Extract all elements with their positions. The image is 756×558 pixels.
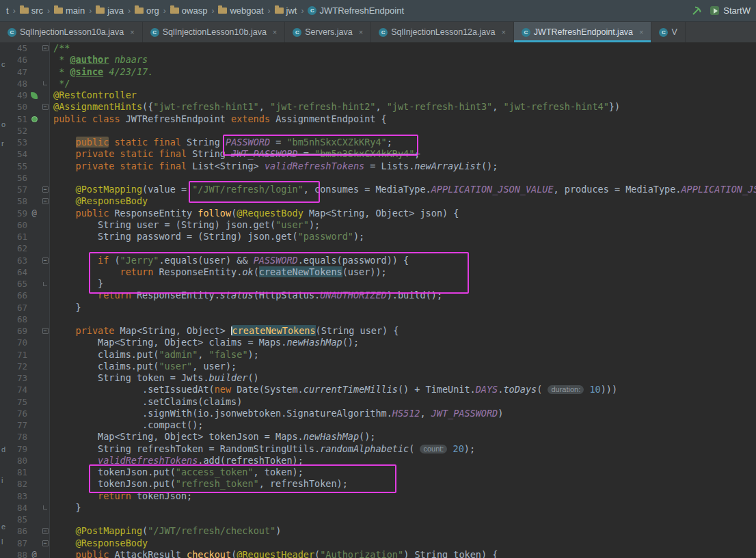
line-number[interactable]: 85	[10, 514, 27, 525]
code-text[interactable]: return ResponseEntity.ok(createNewTokens…	[49, 266, 387, 278]
code-text[interactable]: Map<String, Object> claims = Maps.newHas…	[49, 337, 359, 348]
close-icon[interactable]: ×	[501, 28, 505, 36]
fold-collapse-icon[interactable]: −	[42, 104, 49, 110]
line-number[interactable]: 72	[10, 361, 27, 372]
fold-collapse-icon[interactable]: −	[42, 528, 49, 534]
code-text[interactable]: return ResponseEntity.status(HttpStatus.…	[49, 290, 442, 301]
breadcrumb-item-jwt[interactable]: jwt	[273, 5, 299, 16]
line-number[interactable]: 82	[10, 478, 27, 490]
code-text[interactable]	[49, 313, 53, 325]
fold-collapse-icon[interactable]: −	[42, 186, 49, 193]
build-pickaxe-icon[interactable]	[691, 5, 702, 16]
tab-SqlInjectionLesson12a.java[interactable]: CSqlInjectionLesson12a.java×	[371, 22, 514, 42]
tab-SqlInjectionLesson10a.java[interactable]: CSqlInjectionLesson10a.java×	[0, 22, 143, 42]
code-text[interactable]: String password = (String) json.get("pas…	[49, 231, 364, 242]
code-text[interactable]: private static final List<String> validR…	[49, 161, 498, 172]
code-text[interactable]: }	[49, 278, 103, 290]
line-number[interactable]: 51	[10, 113, 27, 125]
editor[interactable]: 45−/**46 * @author nbaars47 * @since 4/2…	[0, 42, 756, 558]
line-number[interactable]: 88	[10, 549, 27, 558]
line-number[interactable]: 53	[10, 137, 27, 148]
line-number[interactable]: 74	[10, 384, 27, 395]
line-number[interactable]: 50	[10, 101, 27, 113]
code-text[interactable]: @ResponseBody	[49, 538, 148, 549]
code-text[interactable]: * @since 4/23/17.	[49, 66, 153, 78]
code-text[interactable]: .signWith(io.jsonwebtoken.SignatureAlgor…	[49, 408, 503, 419]
line-number[interactable]: 77	[10, 419, 27, 431]
code-text[interactable]: if ("Jerry".equals(user) && PASSWORD.equ…	[49, 255, 409, 266]
code-text[interactable]: validRefreshTokens.add(refreshToken);	[49, 455, 303, 466]
line-number[interactable]: 47	[10, 66, 27, 78]
fold-collapse-icon[interactable]: −	[42, 328, 49, 334]
line-number[interactable]: 57	[10, 184, 27, 195]
fold-collapse-icon[interactable]: −	[42, 45, 49, 51]
breadcrumb-item-webgoat[interactable]: webgoat	[216, 5, 265, 16]
code-text[interactable]: .setClaims(claims)	[49, 396, 242, 408]
line-number[interactable]: 79	[10, 443, 27, 455]
breadcrumb-item-jwtrefreshendpoint[interactable]: CJWTRefreshEndpoint	[306, 5, 406, 16]
line-number[interactable]: 64	[10, 266, 27, 278]
code-text[interactable]: public static final String PASSWORD = "b…	[49, 137, 392, 148]
line-number[interactable]: 63	[10, 255, 27, 266]
line-number[interactable]: 75	[10, 396, 27, 408]
line-number[interactable]: 83	[10, 490, 27, 502]
tab-Servers.java[interactable]: CServers.java×	[285, 22, 371, 42]
line-number[interactable]: 81	[10, 466, 27, 478]
line-number[interactable]: 76	[10, 408, 27, 419]
line-number[interactable]: 49	[10, 89, 27, 101]
breadcrumb-item-main[interactable]: main	[52, 5, 87, 16]
line-number[interactable]: 66	[10, 290, 27, 301]
code-text[interactable]: String token = Jwts.builder()	[49, 372, 259, 384]
code-text[interactable]: public AttackResult checkout(@RequestHea…	[49, 549, 498, 558]
code-area[interactable]: 45−/**46 * @author nbaars47 * @since 4/2…	[0, 42, 756, 558]
breadcrumb-item-owasp[interactable]: owasp	[168, 5, 210, 16]
line-number[interactable]: 73	[10, 372, 27, 384]
tab-JWTRefreshEndpoint.java[interactable]: CJWTRefreshEndpoint.java×	[514, 22, 652, 42]
code-text[interactable]: @ResponseBody	[49, 195, 148, 207]
line-number[interactable]: 58	[10, 195, 27, 207]
code-text[interactable]: /**	[49, 42, 70, 54]
line-number[interactable]: 61	[10, 231, 27, 242]
line-number[interactable]: 84	[10, 502, 27, 514]
close-icon[interactable]: ×	[273, 28, 277, 36]
breadcrumb-item-src[interactable]: src	[18, 5, 45, 16]
line-number[interactable]: 59	[10, 208, 27, 219]
line-number[interactable]: 65	[10, 278, 27, 290]
code-text[interactable]: @RestController	[49, 89, 137, 101]
code-text[interactable]: return tokenJson;	[49, 490, 192, 502]
close-icon[interactable]: ×	[130, 28, 134, 36]
code-text[interactable]: String user = (String) json.get("user");	[49, 219, 320, 231]
code-text[interactable]	[49, 172, 53, 184]
line-number[interactable]: 78	[10, 431, 27, 443]
line-number[interactable]: 46	[10, 54, 27, 66]
line-number[interactable]: 55	[10, 161, 27, 172]
line-number[interactable]: 70	[10, 337, 27, 348]
code-text[interactable]: @PostMapping("/JWT/refresh/checkout")	[49, 525, 281, 537]
code-text[interactable]: }	[49, 502, 81, 514]
fold-collapse-icon[interactable]: −	[42, 257, 49, 264]
close-icon[interactable]: ×	[359, 28, 363, 36]
code-text[interactable]: * @author nbaars	[49, 54, 148, 66]
line-number[interactable]: 62	[10, 242, 27, 254]
breadcrumb-item-org[interactable]: org	[133, 5, 161, 16]
line-number[interactable]: 87	[10, 538, 27, 549]
line-number[interactable]: 69	[10, 325, 27, 337]
code-text[interactable]: private Map<String, Object> createNewTok…	[49, 325, 399, 337]
code-text[interactable]: tokenJson.put("access_token", token);	[49, 466, 303, 478]
code-text[interactable]: */	[49, 78, 70, 89]
breadcrumb-item-t[interactable]: t	[4, 5, 11, 16]
line-number[interactable]: 60	[10, 219, 27, 231]
code-text[interactable]	[49, 125, 53, 137]
line-number[interactable]: 56	[10, 172, 27, 184]
line-number[interactable]: 68	[10, 313, 27, 325]
code-text[interactable]: }	[49, 302, 81, 313]
code-text[interactable]: .compact();	[49, 419, 203, 431]
code-text[interactable]: Map<String, Object> tokenJson = Maps.new…	[49, 431, 375, 443]
code-text[interactable]: public ResponseEntity follow(@RequestBod…	[49, 208, 459, 219]
line-number[interactable]: 67	[10, 302, 27, 313]
code-text[interactable]: claims.put("admin", "false");	[49, 349, 259, 361]
line-number[interactable]: 45	[10, 42, 27, 54]
line-number[interactable]: 80	[10, 455, 27, 466]
line-number[interactable]: 86	[10, 525, 27, 537]
code-text[interactable]	[49, 514, 53, 525]
